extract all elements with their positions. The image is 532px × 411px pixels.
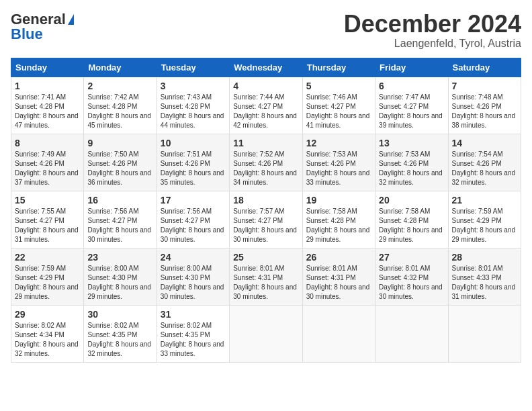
weekday-header-wednesday: Wednesday xyxy=(230,58,302,77)
logo: General Blue xyxy=(11,11,74,43)
calendar-week-4: 22Sunrise: 7:59 AMSunset: 4:29 PMDayligh… xyxy=(11,248,521,305)
day-info: Sunrise: 7:46 AMSunset: 4:27 PMDaylight:… xyxy=(306,93,371,130)
day-info: Sunrise: 7:59 AMSunset: 4:29 PMDaylight:… xyxy=(15,264,80,302)
day-number: 7 xyxy=(452,81,517,91)
calendar-cell: 30Sunrise: 8:02 AMSunset: 4:35 PMDayligh… xyxy=(84,305,157,362)
calendar-week-5: 29Sunrise: 8:02 AMSunset: 4:34 PMDayligh… xyxy=(11,305,521,362)
logo-blue-text: Blue xyxy=(11,26,43,43)
day-info: Sunrise: 7:54 AMSunset: 4:26 PMDaylight:… xyxy=(452,150,517,187)
day-number: 29 xyxy=(15,309,80,320)
calendar-cell: 13Sunrise: 7:53 AMSunset: 4:26 PMDayligh… xyxy=(375,134,448,191)
day-number: 19 xyxy=(306,195,371,205)
calendar-cell xyxy=(230,305,302,362)
calendar-cell: 20Sunrise: 7:58 AMSunset: 4:28 PMDayligh… xyxy=(375,191,448,248)
calendar-table: SundayMondayTuesdayWednesdayThursdayFrid… xyxy=(11,58,521,363)
day-number: 21 xyxy=(452,195,517,205)
day-number: 4 xyxy=(233,81,298,91)
day-number: 8 xyxy=(15,138,80,148)
day-info: Sunrise: 7:52 AMSunset: 4:26 PMDaylight:… xyxy=(233,150,298,187)
calendar-cell: 11Sunrise: 7:52 AMSunset: 4:26 PMDayligh… xyxy=(230,134,302,191)
calendar-cell: 21Sunrise: 7:59 AMSunset: 4:29 PMDayligh… xyxy=(448,191,521,248)
location-title: Laengenfeld, Tyrol, Austria xyxy=(344,38,521,50)
calendar-cell xyxy=(448,305,521,362)
day-number: 10 xyxy=(161,138,226,148)
calendar-cell: 31Sunrise: 8:02 AMSunset: 4:35 PMDayligh… xyxy=(157,305,229,362)
calendar-cell: 7Sunrise: 7:48 AMSunset: 4:26 PMDaylight… xyxy=(448,77,521,134)
calendar-cell: 25Sunrise: 8:01 AMSunset: 4:31 PMDayligh… xyxy=(230,248,302,305)
day-number: 12 xyxy=(306,138,371,148)
day-number: 5 xyxy=(306,81,371,91)
calendar-cell: 15Sunrise: 7:55 AMSunset: 4:27 PMDayligh… xyxy=(11,191,84,248)
logo-triangle-icon xyxy=(68,14,74,25)
day-number: 18 xyxy=(233,195,298,205)
day-info: Sunrise: 7:48 AMSunset: 4:26 PMDaylight:… xyxy=(452,93,517,130)
day-number: 23 xyxy=(87,252,152,263)
calendar-week-3: 15Sunrise: 7:55 AMSunset: 4:27 PMDayligh… xyxy=(11,191,521,248)
day-number: 17 xyxy=(161,195,226,205)
day-info: Sunrise: 7:53 AMSunset: 4:26 PMDaylight:… xyxy=(306,150,371,187)
day-info: Sunrise: 7:57 AMSunset: 4:27 PMDaylight:… xyxy=(233,207,298,244)
day-number: 22 xyxy=(15,252,80,263)
day-info: Sunrise: 7:58 AMSunset: 4:28 PMDaylight:… xyxy=(379,207,444,244)
calendar-cell: 23Sunrise: 8:00 AMSunset: 4:30 PMDayligh… xyxy=(84,248,157,305)
day-number: 31 xyxy=(161,309,226,320)
day-info: Sunrise: 8:00 AMSunset: 4:30 PMDaylight:… xyxy=(161,264,226,302)
calendar-cell: 24Sunrise: 8:00 AMSunset: 4:30 PMDayligh… xyxy=(157,248,229,305)
day-number: 2 xyxy=(87,81,152,91)
day-number: 25 xyxy=(233,252,298,263)
calendar-cell: 27Sunrise: 8:01 AMSunset: 4:32 PMDayligh… xyxy=(375,248,448,305)
calendar-body: 1Sunrise: 7:41 AMSunset: 4:28 PMDaylight… xyxy=(11,77,521,362)
calendar-cell: 28Sunrise: 8:01 AMSunset: 4:33 PMDayligh… xyxy=(448,248,521,305)
title-section: December 2024 Laengenfeld, Tyrol, Austri… xyxy=(344,11,521,50)
day-number: 11 xyxy=(233,138,298,148)
calendar-cell: 18Sunrise: 7:57 AMSunset: 4:27 PMDayligh… xyxy=(230,191,302,248)
calendar-cell: 14Sunrise: 7:54 AMSunset: 4:26 PMDayligh… xyxy=(448,134,521,191)
day-number: 30 xyxy=(87,309,152,320)
calendar-cell: 5Sunrise: 7:46 AMSunset: 4:27 PMDaylight… xyxy=(302,77,375,134)
calendar-cell xyxy=(375,305,448,362)
calendar-week-2: 8Sunrise: 7:49 AMSunset: 4:26 PMDaylight… xyxy=(11,134,521,191)
header: General Blue December 2024 Laengenfeld, … xyxy=(11,11,521,50)
day-info: Sunrise: 7:41 AMSunset: 4:28 PMDaylight:… xyxy=(15,93,80,130)
day-info: Sunrise: 8:01 AMSunset: 4:32 PMDaylight:… xyxy=(379,264,444,302)
calendar-cell: 1Sunrise: 7:41 AMSunset: 4:28 PMDaylight… xyxy=(11,77,84,134)
weekday-header-thursday: Thursday xyxy=(302,58,375,77)
day-number: 3 xyxy=(161,81,226,91)
day-info: Sunrise: 7:51 AMSunset: 4:26 PMDaylight:… xyxy=(161,150,226,187)
day-number: 6 xyxy=(379,81,444,91)
day-number: 27 xyxy=(379,252,444,263)
day-number: 14 xyxy=(452,138,517,148)
day-number: 16 xyxy=(87,195,152,205)
day-number: 1 xyxy=(15,81,80,91)
calendar-cell xyxy=(302,305,375,362)
calendar-cell: 10Sunrise: 7:51 AMSunset: 4:26 PMDayligh… xyxy=(157,134,229,191)
day-number: 24 xyxy=(161,252,226,263)
day-info: Sunrise: 8:02 AMSunset: 4:35 PMDaylight:… xyxy=(87,321,152,359)
calendar-cell: 29Sunrise: 8:02 AMSunset: 4:34 PMDayligh… xyxy=(11,305,84,362)
calendar-cell: 22Sunrise: 7:59 AMSunset: 4:29 PMDayligh… xyxy=(11,248,84,305)
day-number: 20 xyxy=(379,195,444,205)
day-info: Sunrise: 7:44 AMSunset: 4:27 PMDaylight:… xyxy=(233,93,298,130)
calendar-cell: 17Sunrise: 7:56 AMSunset: 4:27 PMDayligh… xyxy=(157,191,229,248)
weekday-header-monday: Monday xyxy=(84,58,157,77)
day-info: Sunrise: 7:56 AMSunset: 4:27 PMDaylight:… xyxy=(161,207,226,244)
weekday-header-tuesday: Tuesday xyxy=(157,58,229,77)
calendar-cell: 9Sunrise: 7:50 AMSunset: 4:26 PMDaylight… xyxy=(84,134,157,191)
calendar-cell: 16Sunrise: 7:56 AMSunset: 4:27 PMDayligh… xyxy=(84,191,157,248)
day-info: Sunrise: 7:49 AMSunset: 4:26 PMDaylight:… xyxy=(15,150,80,187)
day-info: Sunrise: 7:42 AMSunset: 4:28 PMDaylight:… xyxy=(87,93,152,130)
day-number: 28 xyxy=(452,252,517,263)
calendar-cell: 19Sunrise: 7:58 AMSunset: 4:28 PMDayligh… xyxy=(302,191,375,248)
day-info: Sunrise: 8:01 AMSunset: 4:31 PMDaylight:… xyxy=(306,264,371,302)
calendar-week-1: 1Sunrise: 7:41 AMSunset: 4:28 PMDaylight… xyxy=(11,77,521,134)
calendar-cell: 4Sunrise: 7:44 AMSunset: 4:27 PMDaylight… xyxy=(230,77,302,134)
day-number: 13 xyxy=(379,138,444,148)
weekday-header-sunday: Sunday xyxy=(11,58,84,77)
day-number: 26 xyxy=(306,252,371,263)
calendar-cell: 3Sunrise: 7:43 AMSunset: 4:28 PMDaylight… xyxy=(157,77,229,134)
calendar-cell: 12Sunrise: 7:53 AMSunset: 4:26 PMDayligh… xyxy=(302,134,375,191)
day-number: 15 xyxy=(15,195,80,205)
calendar-cell: 8Sunrise: 7:49 AMSunset: 4:26 PMDaylight… xyxy=(11,134,84,191)
day-info: Sunrise: 8:00 AMSunset: 4:30 PMDaylight:… xyxy=(87,264,152,302)
day-info: Sunrise: 8:01 AMSunset: 4:31 PMDaylight:… xyxy=(233,264,298,302)
